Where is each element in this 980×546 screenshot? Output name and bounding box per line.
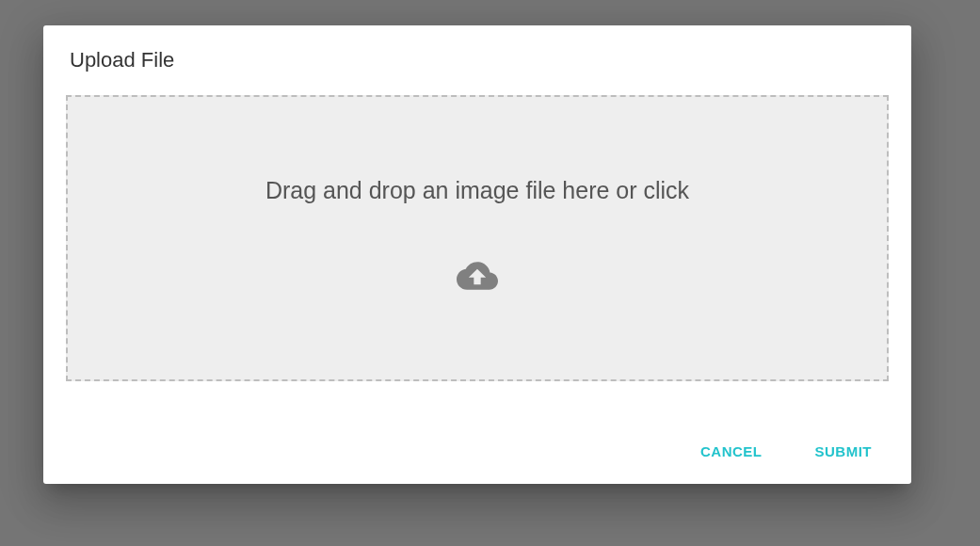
file-dropzone[interactable]: Drag and drop an image file here or clic… — [66, 95, 889, 381]
dialog-actions: CANCEL SUBMIT — [66, 438, 889, 465]
dropzone-instruction-text: Drag and drop an image file here or clic… — [265, 177, 689, 204]
cloud-upload-icon — [448, 255, 506, 300]
upload-file-dialog: Upload File Drag and drop an image file … — [43, 25, 911, 484]
dialog-title: Upload File — [70, 48, 889, 72]
cancel-button[interactable]: CANCEL — [693, 438, 770, 465]
submit-button[interactable]: SUBMIT — [808, 438, 880, 465]
